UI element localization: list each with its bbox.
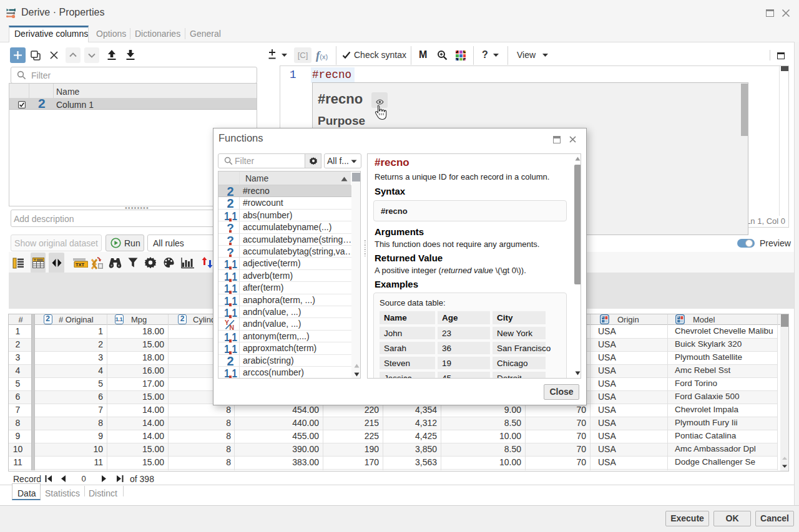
svg-text:Y: Y bbox=[225, 319, 229, 326]
svg-text:TXT: TXT bbox=[76, 262, 85, 268]
svg-text:T: T bbox=[34, 258, 36, 262]
svg-text:N: N bbox=[230, 323, 235, 330]
